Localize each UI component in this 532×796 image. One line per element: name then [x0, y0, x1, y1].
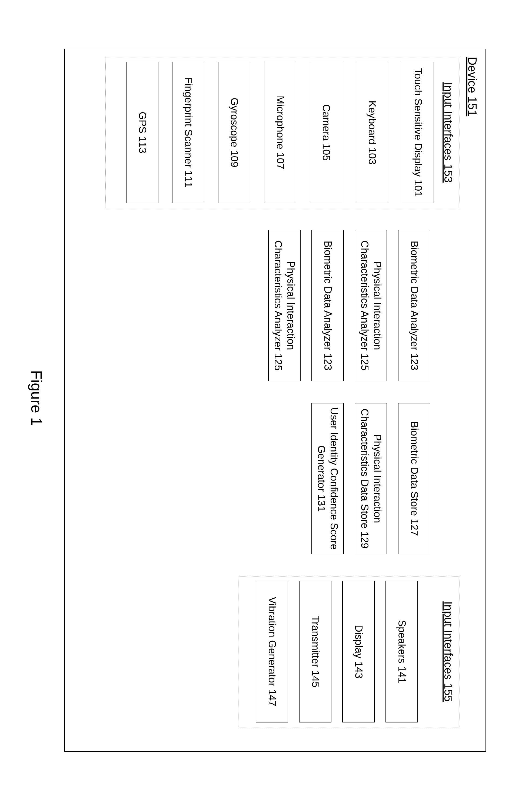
fingerprint-scanner-box: Fingerprint Scanner 111: [172, 62, 204, 203]
display-box: Display 143: [342, 581, 375, 722]
keyboard-box: Keyboard 103: [356, 62, 388, 203]
analyzers-column: Biometric Data Analyzer 123 Physical Int…: [258, 230, 460, 381]
vibration-generator-box: Vibration Generator 147: [256, 581, 288, 722]
transmitter-box: Transmitter 145: [299, 581, 331, 722]
physical-analyzer-box-2: Physical Interaction Characteristics Ana…: [268, 230, 301, 381]
microphone-box: Microphone 107: [264, 62, 296, 203]
gyroscope-box: Gyroscope 109: [218, 62, 250, 203]
output-interfaces-title: Input Interfaces 155: [442, 581, 455, 722]
device-title: Device 151: [466, 57, 479, 743]
input-interfaces-column: Input Interfaces 153 Touch Sensitive Dis…: [106, 57, 460, 208]
speakers-box: Speakers 141: [385, 581, 418, 722]
output-interfaces-column: Input Interfaces 155 Speakers 141 Displa…: [238, 576, 460, 727]
identity-score-box: User Identity Confidence Score Generator…: [311, 403, 344, 554]
columns: Input Interfaces 153 Touch Sensitive Dis…: [73, 57, 460, 743]
device-container: Device 151 Input Interfaces 153 Touch Se…: [64, 49, 486, 752]
physical-analyzer-box-1: Physical Interaction Characteristics Ana…: [355, 230, 387, 381]
gps-box: GPS 113: [126, 62, 158, 203]
touch-sensitive-display-box: Touch Sensitive Display 101: [402, 62, 434, 203]
physical-store-box: Physical Interaction Characteristics Dat…: [355, 403, 387, 554]
camera-box: Camera 105: [310, 62, 342, 203]
biometric-analyzer-box-1: Biometric Data Analyzer 123: [398, 230, 430, 381]
biometric-store-box: Biometric Data Store 127: [398, 403, 430, 554]
input-interfaces-title: Input Interfaces 153: [442, 62, 455, 203]
biometric-analyzer-box-2: Biometric Data Analyzer 123: [311, 230, 344, 381]
figure-caption: Figure 1: [28, 0, 45, 796]
stores-column: Biometric Data Store 127 Physical Intera…: [301, 403, 460, 554]
